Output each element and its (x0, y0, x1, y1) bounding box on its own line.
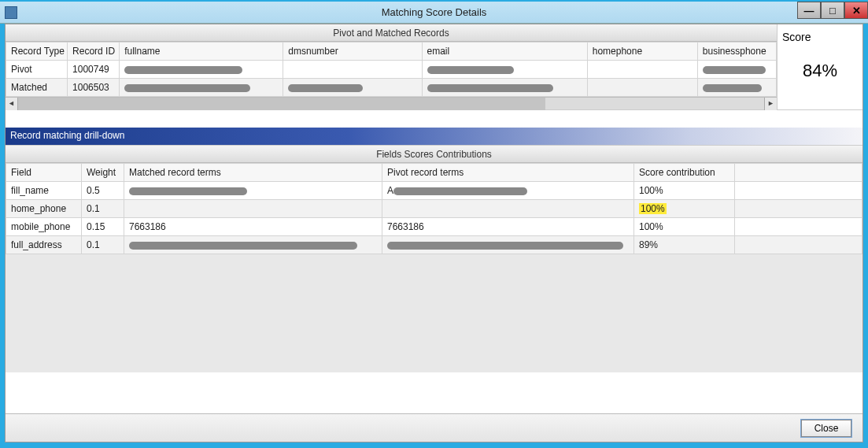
fields-section-header: Fields Scores Contributions (6, 146, 862, 163)
cell-matched-terms (124, 182, 382, 200)
col-spacer (735, 164, 862, 182)
cell-fullname (120, 61, 283, 79)
close-button[interactable]: Close (801, 420, 851, 437)
drilldown-header: Record matching drill-down (6, 128, 862, 145)
scroll-left-icon[interactable]: ◄ (6, 98, 18, 110)
cell-weight: 0.5 (82, 182, 124, 200)
col-email[interactable]: email (422, 43, 587, 61)
score-label: Score (782, 31, 858, 43)
cell-record-id: 1006503 (68, 79, 120, 97)
cell-businessphone (697, 79, 776, 97)
scroll-thumb[interactable] (18, 98, 545, 110)
fields-row[interactable]: fill_name 0.5 А 100% (6, 182, 862, 200)
cell-matched-terms (124, 236, 382, 254)
cell-matched-terms (124, 200, 382, 218)
cell-dmsnumber (283, 79, 422, 97)
fields-row[interactable]: mobile_phone 0.15 7663186 7663186 100% (6, 218, 862, 236)
window-title: Matching Score Details (0, 6, 868, 18)
cell-weight: 0.1 (82, 200, 124, 218)
fields-pane: Fields Scores Contributions Field Weight… (6, 145, 862, 372)
col-dmsnumber[interactable]: dmsnumber (283, 43, 422, 61)
records-hscrollbar[interactable]: ◄ ► (6, 97, 777, 109)
cell-record-type: Pivot (6, 61, 68, 79)
cell-score-contribution: 100% (634, 200, 735, 218)
cell-field: mobile_phone (6, 218, 82, 236)
content-area: Pivot and Matched Records Record Type Re… (5, 24, 863, 442)
cell-score-contribution: 89% (634, 236, 735, 254)
cell-pivot-terms (382, 200, 634, 218)
records-section-header: Pivot and Matched Records (6, 24, 777, 42)
cell-dmsnumber (283, 61, 422, 79)
cell-field: full_address (6, 236, 82, 254)
col-weight[interactable]: Weight (82, 164, 124, 182)
col-matched-terms[interactable]: Matched record terms (124, 164, 382, 182)
cell-homephone (587, 61, 697, 79)
app-icon (5, 6, 17, 19)
fields-table: Field Weight Matched record terms Pivot … (6, 163, 862, 254)
cell-field: home_phone (6, 200, 82, 218)
score-pane: Score 84% (778, 24, 862, 110)
cell-record-type: Matched (6, 79, 68, 97)
col-field[interactable]: Field (6, 164, 82, 182)
score-value: 84% (782, 61, 858, 81)
fields-row[interactable]: full_address 0.1 89% (6, 236, 862, 254)
window-chrome: Matching Score Details — □ ✕ Pivot and M… (0, 0, 868, 448)
records-table: Record Type Record ID fullname dmsnumber… (6, 42, 777, 97)
col-score-contribution[interactable]: Score contribution (634, 164, 735, 182)
records-header-row: Record Type Record ID fullname dmsnumber… (6, 43, 777, 61)
col-businessphone[interactable]: businessphone (697, 43, 776, 61)
cell-weight: 0.1 (82, 236, 124, 254)
close-window-button[interactable]: ✕ (844, 2, 868, 19)
titlebar[interactable]: Matching Score Details — □ ✕ (0, 2, 868, 24)
fields-row[interactable]: home_phone 0.1 100% (6, 200, 862, 218)
records-row-matched[interactable]: Matched 1006503 (6, 79, 777, 97)
col-record-id[interactable]: Record ID (68, 43, 120, 61)
cell-homephone (587, 79, 697, 97)
col-record-type[interactable]: Record Type (6, 43, 68, 61)
records-row-pivot[interactable]: Pivot 1000749 (6, 61, 777, 79)
cell-record-id: 1000749 (68, 61, 120, 79)
fields-header-row: Field Weight Matched record terms Pivot … (6, 164, 862, 182)
cell-field: fill_name (6, 182, 82, 200)
cell-pivot-terms: А (382, 182, 634, 200)
records-pane: Pivot and Matched Records Record Type Re… (6, 24, 778, 110)
cell-score-contribution: 100% (634, 182, 735, 200)
cell-fullname (120, 79, 283, 97)
cell-pivot-terms (382, 236, 634, 254)
col-homephone[interactable]: homephone (587, 43, 697, 61)
col-pivot-terms[interactable]: Pivot record terms (382, 164, 634, 182)
cell-pivot-terms: 7663186 (382, 218, 634, 236)
fields-empty-area (6, 254, 862, 372)
col-fullname[interactable]: fullname (120, 43, 283, 61)
cell-score-contribution: 100% (634, 218, 735, 236)
cell-email (422, 61, 587, 79)
scroll-right-icon[interactable]: ► (764, 98, 777, 110)
cell-matched-terms: 7663186 (124, 218, 382, 236)
minimize-button[interactable]: — (797, 2, 821, 19)
footer-bar: Close (6, 413, 862, 442)
cell-businessphone (697, 61, 776, 79)
cell-email (422, 79, 587, 97)
cell-weight: 0.15 (82, 218, 124, 236)
maximize-button[interactable]: □ (821, 2, 844, 19)
